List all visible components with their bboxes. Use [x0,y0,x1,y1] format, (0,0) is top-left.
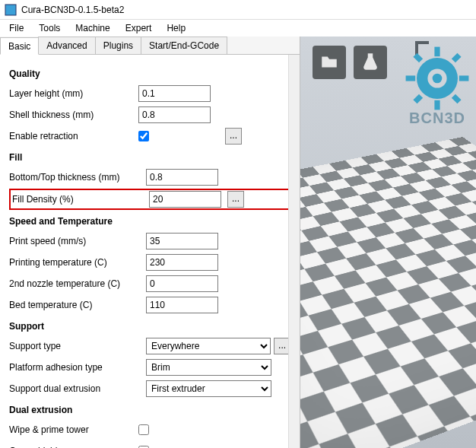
label-fill-density: Fill Density (%) [12,194,149,205]
input-print-speed[interactable] [146,233,218,249]
tab-plugins[interactable]: Plugins [95,37,141,54]
input-bed-temp[interactable] [146,297,218,313]
section-dual: Dual extrusion [9,405,290,415]
menu-machine[interactable]: Machine [69,21,116,35]
load-model-button[interactable] [313,46,346,79]
retraction-settings-button[interactable]: ... [225,128,242,145]
input-bottom-top-thickness[interactable] [146,169,218,186]
select-platform-adhesion[interactable]: Brim [146,359,271,376]
label-print-speed: Print speed (mm/s) [9,236,146,246]
svg-rect-7 [452,53,462,63]
label-nozzle2-temp: 2nd nozzle temperature (C) [9,278,146,289]
build-plate [300,137,476,448]
tab-basic[interactable]: Basic [0,37,39,55]
section-fill: Fill [9,152,290,163]
checkbox-wipe-tower[interactable] [138,424,149,435]
gear-icon [403,44,471,113]
brand-logo: BCN3D [373,44,476,127]
label-support-type: Support type [9,341,146,351]
select-support-type[interactable]: Everywhere [146,338,271,354]
section-quality: Quality [9,68,290,79]
label-shell-thickness: Shell thickness (mm) [9,110,138,120]
tab-start-end-gcode[interactable]: Start/End-GCode [141,37,227,54]
svg-rect-3 [434,100,440,110]
window-title: Cura-BCN3D-0.1.5-beta2 [21,5,124,15]
svg-rect-5 [459,75,469,81]
svg-point-11 [433,74,443,84]
panel-scrollbar[interactable] [288,55,300,448]
svg-rect-4 [406,75,416,81]
label-bottom-top-thickness: Bottom/Top thickness (mm) [9,172,146,183]
input-shell-thickness[interactable] [138,106,211,123]
input-print-temp[interactable] [146,254,218,271]
titlebar: Cura-BCN3D-0.1.5-beta2 [0,0,476,20]
app-icon [5,4,17,16]
label-wipe-tower: Wipe & prime tower [9,424,138,435]
input-nozzle2-temp[interactable] [146,275,218,292]
input-layer-height[interactable] [138,85,211,102]
select-support-dual[interactable]: First extruder [146,380,271,397]
svg-rect-2 [434,47,440,57]
svg-rect-8 [413,94,423,104]
main-area: Basic Advanced Plugins Start/End-GCode Q… [0,37,476,448]
settings-tabs: Basic Advanced Plugins Start/End-GCode [0,37,300,55]
svg-rect-6 [413,53,423,63]
label-platform-adhesion: Platform adhesion type [9,362,146,373]
viewport-3d[interactable]: BCN3D [300,37,476,448]
section-support: Support [9,321,290,332]
label-print-temp: Printing temperature (C) [9,257,146,268]
menu-expert[interactable]: Expert [119,21,158,35]
menu-tools[interactable]: Tools [33,21,66,35]
brand-text: BCN3D [373,110,476,127]
tab-advanced[interactable]: Advanced [38,37,95,54]
menu-file[interactable]: File [3,21,30,35]
section-speed-temp: Speed and Temperature [9,216,290,227]
label-support-dual: Support dual extrusion [9,383,146,394]
label-layer-height: Layer height (mm) [9,88,138,99]
menu-help[interactable]: Help [160,21,192,35]
svg-rect-9 [452,94,462,104]
settings-panel: Basic Advanced Plugins Start/End-GCode Q… [0,37,300,448]
label-enable-retraction: Enable retraction [9,131,138,141]
label-bed-temp: Bed temperature (C) [9,300,146,310]
basic-panel: Quality Layer height (mm) Shell thicknes… [0,55,300,448]
input-fill-density[interactable] [149,191,221,208]
fill-settings-button[interactable]: ... [227,191,244,208]
menubar: File Tools Machine Expert Help [0,20,476,37]
folder-icon [319,52,339,74]
svg-rect-0 [5,5,16,15]
checkbox-enable-retraction[interactable] [138,131,149,141]
